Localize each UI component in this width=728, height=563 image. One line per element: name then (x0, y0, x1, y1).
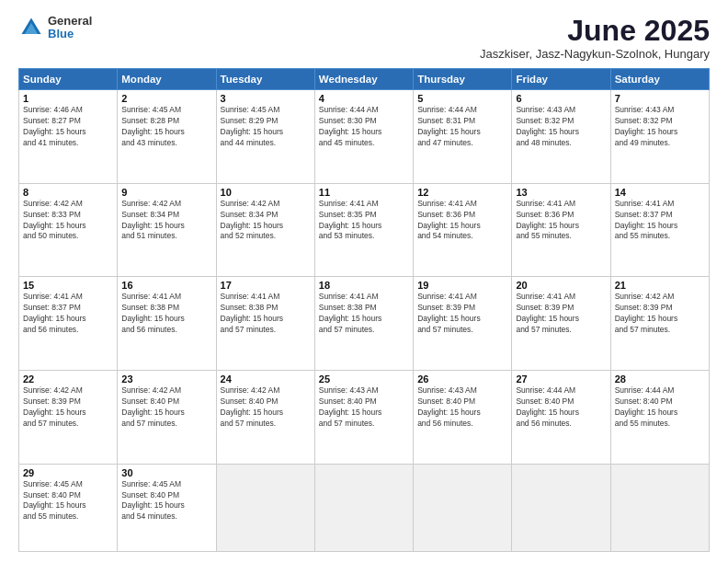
calendar-day-cell (610, 464, 709, 551)
logo-text: General Blue (48, 15, 92, 41)
day-info: Sunrise: 4:45 AM Sunset: 8:40 PM Dayligh… (23, 479, 113, 523)
day-info: Sunrise: 4:42 AM Sunset: 8:34 PM Dayligh… (121, 199, 211, 243)
day-number: 15 (23, 280, 113, 291)
calendar-week-row: 15Sunrise: 4:41 AM Sunset: 8:37 PM Dayli… (19, 277, 710, 371)
calendar-header-saturday: Saturday (610, 69, 709, 90)
calendar-day-cell: 29Sunrise: 4:45 AM Sunset: 8:40 PM Dayli… (19, 464, 118, 551)
calendar-day-cell: 18Sunrise: 4:41 AM Sunset: 8:38 PM Dayli… (314, 277, 413, 371)
day-info: Sunrise: 4:44 AM Sunset: 8:30 PM Dayligh… (319, 105, 409, 149)
header: General Blue June 2025 Jaszkiser, Jasz-N… (18, 15, 710, 61)
day-info: Sunrise: 4:43 AM Sunset: 8:40 PM Dayligh… (319, 385, 409, 430)
day-info: Sunrise: 4:41 AM Sunset: 8:39 PM Dayligh… (417, 292, 507, 336)
calendar-day-cell: 16Sunrise: 4:41 AM Sunset: 8:38 PM Dayli… (118, 277, 216, 371)
logo-icon (18, 15, 44, 40)
day-info: Sunrise: 4:41 AM Sunset: 8:39 PM Dayligh… (516, 292, 606, 336)
day-number: 21 (615, 280, 705, 291)
day-info: Sunrise: 4:41 AM Sunset: 8:37 PM Dayligh… (23, 292, 113, 336)
day-info: Sunrise: 4:41 AM Sunset: 8:36 PM Dayligh… (417, 199, 507, 243)
calendar-day-cell: 20Sunrise: 4:41 AM Sunset: 8:39 PM Dayli… (512, 277, 610, 371)
day-number: 17 (221, 280, 311, 291)
logo-blue-text: Blue (48, 28, 92, 40)
calendar-day-cell: 13Sunrise: 4:41 AM Sunset: 8:36 PM Dayli… (512, 183, 610, 277)
page: General Blue June 2025 Jaszkiser, Jasz-N… (0, 0, 728, 563)
calendar-day-cell (414, 464, 512, 551)
day-number: 5 (417, 93, 507, 104)
day-info: Sunrise: 4:41 AM Sunset: 8:36 PM Dayligh… (516, 199, 606, 243)
calendar-day-cell: 26Sunrise: 4:43 AM Sunset: 8:40 PM Dayli… (414, 371, 512, 465)
subtitle: Jaszkiser, Jasz-Nagykun-Szolnok, Hungary (480, 47, 710, 61)
calendar-day-cell: 14Sunrise: 4:41 AM Sunset: 8:37 PM Dayli… (610, 183, 709, 277)
calendar-day-cell: 12Sunrise: 4:41 AM Sunset: 8:36 PM Dayli… (414, 183, 512, 277)
calendar-day-cell: 5Sunrise: 4:44 AM Sunset: 8:31 PM Daylig… (414, 90, 512, 184)
calendar-day-cell: 21Sunrise: 4:42 AM Sunset: 8:39 PM Dayli… (610, 277, 709, 371)
day-number: 14 (615, 187, 705, 198)
calendar-week-row: 8Sunrise: 4:42 AM Sunset: 8:33 PM Daylig… (19, 183, 710, 277)
calendar-day-cell: 2Sunrise: 4:45 AM Sunset: 8:28 PM Daylig… (118, 90, 216, 184)
day-info: Sunrise: 4:41 AM Sunset: 8:38 PM Dayligh… (221, 292, 311, 336)
day-number: 20 (516, 280, 606, 291)
calendar-day-cell: 17Sunrise: 4:41 AM Sunset: 8:38 PM Dayli… (216, 277, 314, 371)
day-info: Sunrise: 4:46 AM Sunset: 8:27 PM Dayligh… (23, 105, 113, 149)
calendar-day-cell: 19Sunrise: 4:41 AM Sunset: 8:39 PM Dayli… (414, 277, 512, 371)
day-info: Sunrise: 4:44 AM Sunset: 8:40 PM Dayligh… (615, 385, 705, 430)
day-number: 29 (23, 467, 113, 478)
day-number: 10 (221, 187, 311, 198)
calendar-day-cell: 7Sunrise: 4:43 AM Sunset: 8:32 PM Daylig… (610, 90, 709, 184)
day-number: 1 (23, 93, 113, 104)
calendar-day-cell: 8Sunrise: 4:42 AM Sunset: 8:33 PM Daylig… (19, 183, 118, 277)
calendar-day-cell: 4Sunrise: 4:44 AM Sunset: 8:30 PM Daylig… (314, 90, 413, 184)
calendar-week-row: 29Sunrise: 4:45 AM Sunset: 8:40 PM Dayli… (19, 464, 710, 551)
day-number: 22 (23, 373, 113, 385)
calendar-header-thursday: Thursday (414, 69, 512, 90)
day-number: 7 (615, 93, 705, 104)
day-info: Sunrise: 4:44 AM Sunset: 8:31 PM Dayligh… (417, 105, 507, 149)
calendar-header-wednesday: Wednesday (314, 69, 413, 90)
calendar-day-cell: 11Sunrise: 4:41 AM Sunset: 8:35 PM Dayli… (314, 183, 413, 277)
day-number: 13 (516, 187, 606, 198)
day-number: 11 (319, 187, 409, 198)
day-info: Sunrise: 4:42 AM Sunset: 8:40 PM Dayligh… (221, 385, 311, 430)
day-number: 19 (417, 280, 507, 291)
day-info: Sunrise: 4:41 AM Sunset: 8:35 PM Dayligh… (319, 199, 409, 243)
calendar-header-sunday: Sunday (19, 69, 118, 90)
day-info: Sunrise: 4:43 AM Sunset: 8:32 PM Dayligh… (615, 105, 705, 149)
day-info: Sunrise: 4:42 AM Sunset: 8:34 PM Dayligh… (221, 199, 311, 243)
day-info: Sunrise: 4:42 AM Sunset: 8:33 PM Dayligh… (23, 199, 113, 243)
day-number: 25 (319, 373, 409, 385)
day-info: Sunrise: 4:42 AM Sunset: 8:39 PM Dayligh… (23, 385, 113, 430)
day-info: Sunrise: 4:45 AM Sunset: 8:29 PM Dayligh… (221, 105, 311, 149)
calendar-day-cell (314, 464, 413, 551)
day-number: 16 (121, 280, 211, 291)
day-info: Sunrise: 4:42 AM Sunset: 8:40 PM Dayligh… (121, 385, 211, 430)
calendar-header-friday: Friday (512, 69, 610, 90)
day-number: 28 (615, 373, 705, 385)
day-number: 3 (221, 93, 311, 104)
logo: General Blue (18, 15, 92, 41)
calendar-day-cell: 22Sunrise: 4:42 AM Sunset: 8:39 PM Dayli… (19, 371, 118, 465)
calendar-day-cell: 15Sunrise: 4:41 AM Sunset: 8:37 PM Dayli… (19, 277, 118, 371)
title-block: June 2025 Jaszkiser, Jasz-Nagykun-Szolno… (480, 15, 710, 61)
calendar-day-cell: 6Sunrise: 4:43 AM Sunset: 8:32 PM Daylig… (512, 90, 610, 184)
day-number: 27 (516, 373, 606, 385)
day-number: 9 (121, 187, 211, 198)
day-info: Sunrise: 4:41 AM Sunset: 8:38 PM Dayligh… (121, 292, 211, 336)
day-number: 6 (516, 93, 606, 104)
calendar-day-cell (512, 464, 610, 551)
calendar-week-row: 22Sunrise: 4:42 AM Sunset: 8:39 PM Dayli… (19, 371, 710, 465)
calendar-day-cell: 24Sunrise: 4:42 AM Sunset: 8:40 PM Dayli… (216, 371, 314, 465)
calendar-day-cell: 9Sunrise: 4:42 AM Sunset: 8:34 PM Daylig… (118, 183, 216, 277)
day-info: Sunrise: 4:41 AM Sunset: 8:37 PM Dayligh… (615, 199, 705, 243)
calendar-day-cell: 23Sunrise: 4:42 AM Sunset: 8:40 PM Dayli… (118, 371, 216, 465)
day-number: 2 (121, 93, 211, 104)
day-number: 8 (23, 187, 113, 198)
calendar-day-cell: 27Sunrise: 4:44 AM Sunset: 8:40 PM Dayli… (512, 371, 610, 465)
calendar-day-cell: 30Sunrise: 4:45 AM Sunset: 8:40 PM Dayli… (118, 464, 216, 551)
day-number: 30 (121, 467, 211, 478)
day-number: 12 (417, 187, 507, 198)
day-info: Sunrise: 4:45 AM Sunset: 8:40 PM Dayligh… (121, 479, 211, 523)
calendar-day-cell: 28Sunrise: 4:44 AM Sunset: 8:40 PM Dayli… (610, 371, 709, 465)
calendar-header-row: SundayMondayTuesdayWednesdayThursdayFrid… (19, 69, 710, 90)
day-number: 4 (319, 93, 409, 104)
calendar-day-cell: 25Sunrise: 4:43 AM Sunset: 8:40 PM Dayli… (314, 371, 413, 465)
day-info: Sunrise: 4:44 AM Sunset: 8:40 PM Dayligh… (516, 385, 606, 430)
